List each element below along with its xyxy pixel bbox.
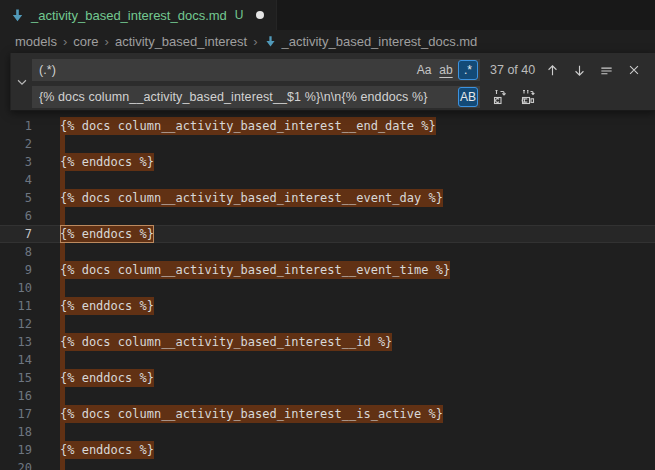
line-content: {% enddocs %} (60, 153, 154, 171)
breadcrumb: models › core › activity_based_interest … (0, 30, 655, 52)
line-content (60, 459, 65, 470)
replace-value-text: {% docs column__activity_based_interest_… (39, 90, 456, 104)
find-input[interactable]: (.*) Aa ab .* (32, 59, 480, 81)
line-number: 15 (0, 369, 32, 387)
line-number: 13 (0, 333, 32, 351)
git-status-badge: U (235, 8, 244, 22)
preserve-case-toggle[interactable]: AB (458, 87, 478, 107)
find-match-empty-line-highlight (60, 423, 65, 441)
line-number: 10 (0, 279, 32, 297)
find-match-highlight: {% docs column__activity_based_interest_… (60, 189, 443, 207)
find-match-highlight: {% docs column__activity_based_interest_… (60, 261, 450, 279)
replace-row: {% docs column__activity_based_interest_… (32, 86, 655, 108)
line-number: 8 (0, 243, 32, 261)
find-match-empty-line-highlight (60, 351, 65, 369)
line-content: {% enddocs %} (60, 441, 154, 459)
line-number: 2 (0, 135, 32, 153)
line-content: {% enddocs %} (60, 297, 154, 315)
unsaved-changes-dot[interactable] (256, 11, 264, 19)
find-match-highlight: {% enddocs %} (60, 153, 154, 171)
code-line-10[interactable]: 10 (0, 279, 655, 297)
line-number: 20 (0, 459, 32, 470)
match-case-toggle[interactable]: Aa (414, 60, 434, 80)
find-match-highlight: {% enddocs %} (60, 441, 154, 459)
code-line-12[interactable]: 12 (0, 315, 655, 333)
whole-word-toggle[interactable]: ab (436, 60, 456, 80)
chevron-down-icon (15, 75, 29, 89)
code-line-3[interactable]: 3{% enddocs %} (0, 153, 655, 171)
code-line-2[interactable]: 2 (0, 135, 655, 153)
code-line-17[interactable]: 17{% docs column__activity_based_interes… (0, 405, 655, 423)
replace-all-button[interactable] (517, 87, 538, 108)
code-line-7[interactable]: 7{% enddocs %} (0, 225, 655, 243)
line-number: 4 (0, 171, 32, 189)
find-match-empty-line-highlight (60, 243, 65, 261)
line-number: 1 (0, 117, 32, 135)
find-match-empty-line-highlight (60, 387, 65, 405)
replace-input[interactable]: {% docs column__activity_based_interest_… (32, 86, 480, 108)
line-number: 11 (0, 297, 32, 315)
vscode-editor-window: _activity_based_interest_docs.md U model… (0, 0, 655, 470)
chevron-right-icon: › (104, 34, 110, 49)
code-line-11[interactable]: 11{% enddocs %} (0, 297, 655, 315)
breadcrumb-item-models[interactable]: models (15, 34, 57, 49)
previous-match-button[interactable] (542, 60, 563, 81)
code-line-18[interactable]: 18 (0, 423, 655, 441)
editor-pane[interactable]: 1{% docs column__activity_based_interest… (0, 52, 655, 470)
arrow-up-icon (545, 63, 560, 78)
breadcrumb-item-folder[interactable]: activity_based_interest (115, 34, 247, 49)
line-content: {% docs column__activity_based_interest_… (60, 117, 436, 135)
chevron-right-icon: › (62, 34, 68, 49)
code-line-14[interactable]: 14 (0, 351, 655, 369)
tab-bar: _activity_based_interest_docs.md U (0, 0, 655, 30)
code-line-1[interactable]: 1{% docs column__activity_based_interest… (0, 117, 655, 135)
code-line-5[interactable]: 5{% docs column__activity_based_interest… (0, 189, 655, 207)
close-icon (627, 63, 641, 77)
replace-all-icon (520, 89, 536, 105)
line-content: {% docs column__activity_based_interest_… (60, 333, 392, 351)
code-line-13[interactable]: 13{% docs column__activity_based_interes… (0, 333, 655, 351)
code-line-9[interactable]: 9{% docs column__activity_based_interest… (0, 261, 655, 279)
find-match-highlight: {% enddocs %} (60, 225, 154, 243)
code-line-20[interactable]: 20 (0, 459, 655, 470)
find-match-empty-line-highlight (60, 207, 65, 225)
code-line-6[interactable]: 6 (0, 207, 655, 225)
line-content: {% docs column__activity_based_interest_… (60, 405, 443, 423)
find-match-highlight: {% docs column__activity_based_interest_… (60, 117, 436, 135)
breadcrumb-item-core[interactable]: core (73, 34, 98, 49)
line-number: 5 (0, 189, 32, 207)
line-content: {% enddocs %} (60, 225, 154, 243)
line-content: {% enddocs %} (60, 369, 154, 387)
regex-toggle[interactable]: .* (458, 60, 478, 80)
find-match-empty-line-highlight (60, 135, 65, 153)
line-number: 19 (0, 441, 32, 459)
find-in-selection-button[interactable] (596, 60, 617, 81)
toggle-replace-button[interactable] (11, 53, 32, 110)
line-number: 14 (0, 351, 32, 369)
find-query-text: (.*) (39, 63, 412, 77)
line-number: 9 (0, 261, 32, 279)
code-line-4[interactable]: 4 (0, 171, 655, 189)
chevron-right-icon: › (252, 34, 258, 49)
find-match-highlight: {% docs column__activity_based_interest_… (60, 405, 443, 423)
arrow-down-icon (572, 63, 587, 78)
find-row: (.*) Aa ab .* 37 of 40 (32, 59, 655, 81)
breadcrumb-item-file[interactable]: _activity_based_interest_docs.md (282, 34, 478, 49)
replace-button[interactable] (489, 87, 510, 108)
find-match-highlight: {% enddocs %} (60, 369, 154, 387)
selection-lines-icon (599, 63, 614, 78)
line-number: 7 (0, 225, 32, 243)
close-button[interactable] (623, 60, 644, 81)
match-count: 37 of 40 (490, 63, 535, 77)
line-content: {% docs column__activity_based_interest_… (60, 261, 450, 279)
find-match-empty-line-highlight (60, 315, 65, 333)
editor-tab[interactable]: _activity_based_interest_docs.md U (0, 0, 277, 30)
code-line-16[interactable]: 16 (0, 387, 655, 405)
next-match-button[interactable] (569, 60, 590, 81)
code-line-8[interactable]: 8 (0, 243, 655, 261)
find-match-empty-line-highlight (60, 459, 65, 470)
line-number: 3 (0, 153, 32, 171)
code-line-15[interactable]: 15{% enddocs %} (0, 369, 655, 387)
code-line-19[interactable]: 19{% enddocs %} (0, 441, 655, 459)
find-match-highlight: {% enddocs %} (60, 297, 154, 315)
